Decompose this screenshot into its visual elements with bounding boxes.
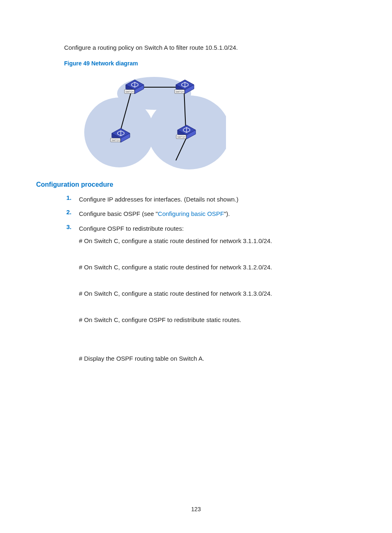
step-text: Configure basic OSPF (see "Configuring b… xyxy=(79,209,356,219)
svg-text:SWITCH: SWITCH xyxy=(177,136,185,138)
step-number: 1. xyxy=(64,194,71,205)
svg-text:SWITCH: SWITCH xyxy=(111,139,120,141)
step-number: 3. xyxy=(64,223,71,380)
substep-text: # Display the OSPF routing table on Swit… xyxy=(79,354,356,364)
network-diagram: SWITCH SWITCH xyxy=(74,71,226,169)
section-heading: Configuration procedure xyxy=(36,181,356,188)
substep-text: # On Switch C, configure a static route … xyxy=(79,289,356,299)
step-number: 2. xyxy=(64,209,71,219)
page-number: 123 xyxy=(0,506,392,512)
step3-lead: Configure OSPF to redistribute routes: xyxy=(79,225,184,232)
substep-text: # On Switch C, configure a static route … xyxy=(79,262,356,272)
intro-text: Configure a routing policy on Switch A t… xyxy=(64,43,356,53)
step-suffix: "). xyxy=(224,210,230,217)
step-text: Configure OSPF to redistribute routes: #… xyxy=(79,223,356,380)
substep-text: # On Switch C, configure a static route … xyxy=(79,236,356,246)
svg-text:SWITCH: SWITCH xyxy=(175,90,184,93)
step-text: Configure IP addresses for interfaces. (… xyxy=(79,194,356,205)
step-prefix: Configure basic OSPF (see " xyxy=(79,210,158,217)
figure-caption: Figure 49 Network diagram xyxy=(64,60,356,67)
svg-text:SWITCH: SWITCH xyxy=(125,90,134,93)
link-configuring-basic-ospf[interactable]: Configuring basic OSPF xyxy=(158,210,224,217)
substep-text: # On Switch C, configure OSPF to redistr… xyxy=(79,315,356,325)
